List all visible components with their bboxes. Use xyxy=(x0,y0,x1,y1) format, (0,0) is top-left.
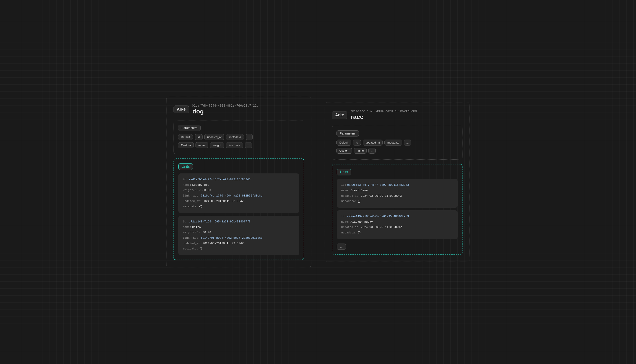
race-card-header: Arke 781bbfce-1370-4904-aa20-b32b52fd0e8… xyxy=(332,110,462,120)
dog-param-name[interactable]: name xyxy=(196,142,209,148)
arke-badge-race: Arke xyxy=(332,111,347,119)
dog-units-label: Units xyxy=(178,163,193,170)
race-uuid: 781bbfce-1370-4904-aa20-b32b52fd0e8d xyxy=(350,110,417,113)
dog-unit-2-weight: weight(KG): 30.00 xyxy=(183,230,295,236)
dog-params-section: Parameters Default id updated_at metadat… xyxy=(174,120,304,154)
race-units-more-button[interactable]: ... xyxy=(337,244,346,250)
race-unit-2-updated-at: updated_at: 2024-03-20T20:11:03.804Z xyxy=(341,225,453,230)
race-params-label: Parameters xyxy=(336,130,359,136)
race-header-info: 781bbfce-1370-4904-aa20-b32b52fd0e8d rac… xyxy=(350,110,417,120)
race-custom-badge[interactable]: Custom xyxy=(336,148,352,154)
dog-unit-1-metadata: metadata: {} xyxy=(183,204,295,210)
dog-param-more-custom[interactable]: ... xyxy=(245,142,252,148)
race-unit-2: id: c72ae143-7166-4695-8a61-95b40840f7f3… xyxy=(337,210,458,239)
race-param-more-custom[interactable]: ... xyxy=(368,148,376,154)
dog-units-section: Units id: ea42efb3-4c77-46f7-be90-803115… xyxy=(174,158,304,260)
dog-default-badge[interactable]: Default xyxy=(178,134,193,140)
dog-unit-2-id: id: c72ae143-7166-4695-8a61-95b40840f7f3 xyxy=(183,219,295,225)
dog-title: dog xyxy=(192,108,258,115)
race-unit-1: id: ea42efb3-4c77-46f7-be90-803115f83243… xyxy=(337,179,458,208)
dog-unit-2-updated-at: updated_at: 2024-03-20T20:11:03.804Z xyxy=(183,241,295,246)
dog-param-updated-at[interactable]: updated_at xyxy=(204,134,224,140)
race-unit-2-id: id: c72ae143-7166-4695-8a61-95b40840f7f3 xyxy=(341,214,453,219)
dog-header-info: 02daf7db-f544-4083-882e-7d6e20d7f22b dog xyxy=(192,104,258,115)
dog-unit-2: id: c72ae143-7166-4695-8a61-95b40840f7f3… xyxy=(178,216,299,255)
race-param-metadata[interactable]: metadata xyxy=(384,140,402,146)
dog-param-id[interactable]: id xyxy=(195,134,203,140)
race-default-row: Default id updated_at metadata ... xyxy=(336,140,458,146)
race-unit-2-name: name: Alaskan husky xyxy=(341,219,453,225)
race-params-section: Parameters Default id updated_at metadat… xyxy=(332,126,462,160)
race-card: Arke 781bbfce-1370-4904-aa20-b32b52fd0e8… xyxy=(325,102,470,262)
race-default-badge[interactable]: Default xyxy=(336,140,351,146)
race-param-updated-at[interactable]: updated_at xyxy=(363,140,383,146)
dog-custom-row: Custom name weight link_race ... xyxy=(178,142,300,148)
dog-unit-1: id: ea42efb3-4c77-46f7-be90-803115f83243… xyxy=(178,174,299,213)
dog-unit-1-id: id: ea42efb3-4c77-46f7-be90-803115f83243 xyxy=(183,177,295,182)
dog-default-row: Default id updated_at metadata ... xyxy=(178,134,300,140)
dog-params-label: Parameters xyxy=(178,125,201,131)
dog-param-weight[interactable]: weight xyxy=(210,142,224,148)
arke-badge-dog: Arke xyxy=(174,106,189,113)
race-unit-1-name: name: Great Dane xyxy=(341,188,453,194)
race-custom-row: Custom name ... xyxy=(336,148,458,154)
dog-unit-1-weight: weight(KG): 80.00 xyxy=(183,188,295,193)
race-unit-1-id: id: ea42efb3-4c77-46f7-be90-803115f83243 xyxy=(341,182,453,188)
race-param-id[interactable]: id xyxy=(353,140,361,146)
dog-unit-2-metadata: metadata: {} xyxy=(183,246,295,252)
race-unit-2-metadata: metadata: {} xyxy=(341,230,453,236)
dog-card-header: Arke 02daf7db-f544-4083-882e-7d6e20d7f22… xyxy=(174,104,304,115)
race-param-name[interactable]: name xyxy=(354,148,367,154)
dog-unit-2-name: name: Balto xyxy=(183,225,295,230)
race-unit-1-updated-at: updated_at: 2024-03-20T20:11:03.804Z xyxy=(341,194,453,199)
race-units-section: Units id: ea42efb3-4c77-46f7-be90-803115… xyxy=(332,164,462,254)
dog-param-more-default[interactable]: ... xyxy=(246,134,253,140)
dog-unit-1-link-race: link_race: 781bbfce-1370-4904-aa20-b32b5… xyxy=(183,193,295,199)
dog-param-link-race[interactable]: link_race xyxy=(226,142,243,148)
dog-custom-badge[interactable]: Custom xyxy=(178,142,194,148)
dog-unit-1-name: name: Scooby Doo xyxy=(183,182,295,188)
dog-unit-2-link-race: link_race: fc14070f-b924-4362-8e37-232ee… xyxy=(183,236,295,241)
race-title: race xyxy=(351,114,417,120)
dog-param-metadata[interactable]: metadata xyxy=(226,134,244,140)
dog-unit-1-updated-at: updated_at: 2024-03-20T20:11:03.804Z xyxy=(183,199,295,204)
dog-card: Arke 02daf7db-f544-4083-882e-7d6e20d7f22… xyxy=(166,97,311,267)
race-param-more-default[interactable]: ... xyxy=(404,140,411,146)
race-unit-1-metadata: metadata: {} xyxy=(341,199,453,204)
race-units-label: Units xyxy=(337,169,351,176)
dog-uuid: 02daf7db-f544-4083-882e-7d6e20d7f22b xyxy=(192,104,258,108)
